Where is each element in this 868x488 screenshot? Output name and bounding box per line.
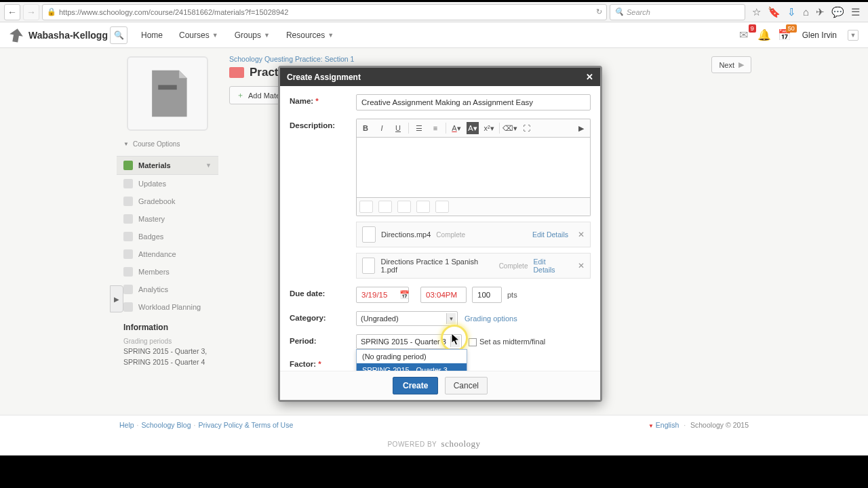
create-assignment-modal: Create Assignment ✕ Name: * Description:… bbox=[278, 66, 602, 402]
clear-format-icon[interactable]: ⌫▾ bbox=[504, 122, 516, 134]
attachment-status: Complete bbox=[499, 262, 528, 270]
due-date-input[interactable] bbox=[356, 287, 409, 303]
rte-footer bbox=[356, 198, 591, 216]
points-input[interactable] bbox=[472, 287, 502, 303]
file-icon bbox=[362, 226, 376, 243]
page-footer: Help· Schoology Blog· Privacy Policy & T… bbox=[0, 415, 868, 455]
footer-privacy[interactable]: Privacy Policy & Terms of Use bbox=[198, 421, 293, 429]
footer-help[interactable]: Help bbox=[119, 421, 134, 429]
pts-label: pts bbox=[507, 291, 517, 299]
footer-blog[interactable]: Schoology Blog bbox=[142, 421, 191, 429]
edit-details-link[interactable]: Edit Details bbox=[533, 258, 568, 274]
category-label: Category: bbox=[290, 311, 349, 322]
underline-icon[interactable]: U bbox=[392, 122, 404, 134]
due-date-label: Due date: bbox=[290, 287, 349, 298]
modal-footer: Create Cancel bbox=[280, 371, 600, 400]
attach-audio-icon[interactable] bbox=[416, 201, 430, 213]
number-list-icon[interactable]: ≡ bbox=[429, 122, 441, 134]
fullscreen-icon[interactable]: ⛶ bbox=[520, 122, 532, 134]
midterm-label: Set as midterm/final bbox=[479, 338, 545, 346]
period-option-none[interactable]: (No grading period) bbox=[357, 350, 467, 363]
due-time-input[interactable] bbox=[420, 287, 467, 303]
superscript-icon[interactable]: x²▾ bbox=[483, 122, 495, 134]
period-label: Period: bbox=[290, 334, 349, 345]
cancel-button[interactable]: Cancel bbox=[445, 377, 488, 394]
period-dropdown: (No grading period) SPRING 2015 - Quarte… bbox=[356, 349, 467, 371]
category-select[interactable]: (Ungraded)▼ bbox=[356, 311, 458, 326]
close-icon[interactable]: ✕ bbox=[586, 72, 593, 82]
attachment-name: Directions Practice 1 Spanish 1.pdf bbox=[380, 258, 493, 274]
name-input[interactable] bbox=[356, 94, 591, 110]
factor-label: Factor: * bbox=[290, 357, 349, 368]
create-button[interactable]: Create bbox=[393, 377, 438, 394]
bold-icon[interactable]: B bbox=[359, 122, 372, 134]
text-color-icon[interactable]: A▾ bbox=[450, 122, 462, 134]
chevron-down-icon: ▼ bbox=[446, 313, 456, 324]
attach-link-icon[interactable] bbox=[378, 201, 392, 213]
grading-options-link[interactable]: Grading options bbox=[465, 314, 517, 323]
period-select[interactable]: SPRING 2015 - Quarter 3▼ bbox=[356, 334, 462, 349]
rte-toolbar: B I U ☰ ≡ A▾ A▾ x²▾ ⌫▾ ⛶ bbox=[356, 119, 591, 137]
description-label: Description: bbox=[290, 119, 349, 129]
footer-copyright: Schoology © 2015 bbox=[690, 421, 749, 429]
attach-resource-icon[interactable] bbox=[435, 201, 449, 213]
bullet-list-icon[interactable]: ☰ bbox=[413, 122, 425, 134]
remove-attachment-icon[interactable]: ✕ bbox=[578, 230, 585, 239]
remove-attachment-icon[interactable]: ✕ bbox=[578, 261, 585, 270]
attachment-row: Directions.mp4 Complete Edit Details ✕ bbox=[356, 222, 591, 247]
attach-image-icon[interactable] bbox=[359, 201, 373, 213]
italic-icon[interactable]: I bbox=[376, 122, 388, 134]
description-input[interactable] bbox=[356, 137, 591, 198]
attachment-status: Complete bbox=[436, 231, 465, 239]
powered-by: POWERED BY schoology bbox=[0, 439, 868, 449]
file-icon bbox=[362, 258, 375, 274]
edit-details-link[interactable]: Edit Details bbox=[532, 230, 568, 239]
modal-header: Create Assignment ✕ bbox=[280, 68, 600, 86]
attach-file-icon[interactable] bbox=[397, 201, 411, 213]
period-option-q3[interactable]: SPRING 2015 - Quarter 3 bbox=[357, 363, 467, 371]
attachment-name: Directions.mp4 bbox=[381, 230, 431, 239]
highlight-icon[interactable]: A▾ bbox=[467, 122, 479, 134]
midterm-checkbox[interactable] bbox=[469, 338, 477, 346]
chevron-down-icon: ▼ bbox=[450, 336, 460, 347]
name-label: Name: * bbox=[290, 94, 349, 105]
footer-language[interactable]: English bbox=[656, 421, 679, 429]
expand-toolbar-icon[interactable]: ▶ bbox=[575, 122, 587, 134]
attachment-row: Directions Practice 1 Spanish 1.pdf Comp… bbox=[356, 253, 591, 279]
modal-title: Create Assignment bbox=[287, 73, 361, 82]
